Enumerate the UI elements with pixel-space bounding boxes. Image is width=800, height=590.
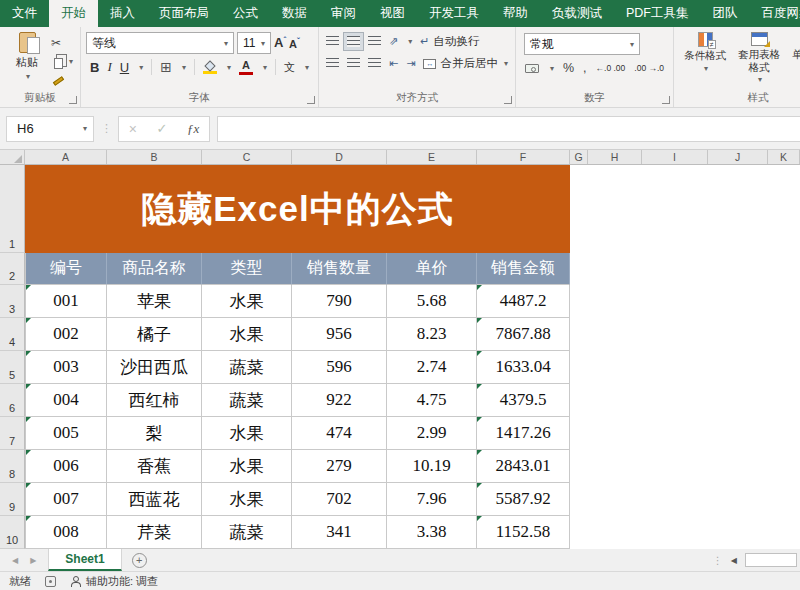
- table-cell[interactable]: 10.19: [387, 450, 477, 483]
- bold-button[interactable]: B: [90, 60, 99, 75]
- scroll-left-icon[interactable]: ◀: [731, 556, 737, 565]
- table-cell[interactable]: 4487.2: [477, 285, 570, 318]
- align-top-button[interactable]: [326, 36, 339, 47]
- format-as-table-button[interactable]: 套用表格格式 ▾: [733, 32, 785, 85]
- table-cell[interactable]: 西红柿: [107, 384, 202, 417]
- table-cell[interactable]: 003: [25, 351, 107, 384]
- chevron-down-icon[interactable]: ▾: [263, 63, 267, 72]
- table-header-cell[interactable]: 单价: [387, 253, 477, 285]
- borders-button[interactable]: ⊞: [160, 60, 172, 74]
- table-cell[interactable]: 沙田西瓜: [107, 351, 202, 384]
- ribbon-tab-file[interactable]: 文件: [0, 0, 49, 27]
- wrap-text-button[interactable]: ↵自动换行: [420, 34, 479, 49]
- table-cell[interactable]: 梨: [107, 417, 202, 450]
- table-cell[interactable]: 004: [25, 384, 107, 417]
- table-cell[interactable]: 1633.04: [477, 351, 570, 384]
- row-header-8[interactable]: 8: [0, 450, 25, 483]
- align-right-button[interactable]: [368, 58, 381, 69]
- italic-button[interactable]: I: [107, 59, 111, 75]
- empty-cells[interactable]: [570, 450, 800, 483]
- chevron-down-icon[interactable]: ▾: [305, 63, 309, 72]
- name-box[interactable]: H6 ▾: [6, 116, 94, 142]
- chevron-down-icon[interactable]: ▾: [550, 64, 554, 73]
- table-cell[interactable]: 香蕉: [107, 450, 202, 483]
- chevron-down-icon[interactable]: ▾: [182, 63, 186, 72]
- table-cell[interactable]: 5.68: [387, 285, 477, 318]
- table-cell[interactable]: 5587.92: [477, 483, 570, 516]
- chevron-down-icon[interactable]: ▾: [139, 63, 143, 72]
- column-header-d[interactable]: D: [292, 150, 387, 164]
- empty-cells[interactable]: [570, 285, 800, 318]
- table-cell[interactable]: 水果: [202, 318, 292, 351]
- table-cell[interactable]: 279: [292, 450, 387, 483]
- column-header-h[interactable]: H: [588, 150, 642, 164]
- empty-cells[interactable]: [570, 384, 800, 417]
- sheet-title-cell[interactable]: 隐藏Excel中的公式: [25, 165, 570, 253]
- new-sheet-button[interactable]: +: [132, 553, 147, 568]
- phonetic-guide-button[interactable]: 文: [284, 62, 295, 73]
- align-left-button[interactable]: [326, 58, 339, 69]
- table-cell[interactable]: 7.96: [387, 483, 477, 516]
- ribbon-tab-review[interactable]: 审阅: [319, 0, 368, 27]
- table-cell[interactable]: 蔬菜: [202, 384, 292, 417]
- comma-style-button[interactable]: ,: [583, 61, 586, 75]
- row-header-4[interactable]: 4: [0, 318, 25, 351]
- orientation-button[interactable]: ⇗: [389, 36, 398, 47]
- empty-cells[interactable]: [570, 417, 800, 450]
- table-cell[interactable]: 005: [25, 417, 107, 450]
- column-header-e[interactable]: E: [387, 150, 477, 164]
- accounting-format-icon[interactable]: [525, 64, 539, 73]
- decrease-decimal-button[interactable]: .00 →.0: [634, 64, 664, 73]
- column-header-c[interactable]: C: [202, 150, 292, 164]
- table-cell[interactable]: 4379.5: [477, 384, 570, 417]
- font-color-button[interactable]: A: [239, 60, 253, 75]
- empty-cells[interactable]: [570, 253, 800, 285]
- macro-record-icon[interactable]: [45, 576, 56, 587]
- column-header-b[interactable]: B: [107, 150, 202, 164]
- formula-input[interactable]: [217, 116, 800, 142]
- table-cell[interactable]: 水果: [202, 483, 292, 516]
- ribbon-tab-baidu-netdisk[interactable]: 百度网盘: [750, 0, 800, 27]
- decrease-indent-button[interactable]: ⇤: [389, 58, 398, 69]
- copy-button[interactable]: ▾: [51, 54, 73, 69]
- row-header-6[interactable]: 6: [0, 384, 25, 417]
- fill-color-button[interactable]: [203, 61, 217, 74]
- ribbon-tab-pdf-tools[interactable]: PDF工具集: [614, 0, 701, 27]
- table-cell[interactable]: 001: [25, 285, 107, 318]
- table-cell[interactable]: 水果: [202, 417, 292, 450]
- font-size-select[interactable]: 11 ▾: [237, 32, 271, 54]
- column-header-j[interactable]: J: [708, 150, 768, 164]
- sheet-tab-sheet1[interactable]: Sheet1: [48, 549, 121, 571]
- table-cell[interactable]: 7867.88: [477, 318, 570, 351]
- table-cell[interactable]: 008: [25, 516, 107, 549]
- row-header-1[interactable]: 1: [0, 165, 25, 253]
- align-center-button[interactable]: [347, 58, 360, 69]
- table-cell[interactable]: 007: [25, 483, 107, 516]
- clipboard-dialog-launcher-icon[interactable]: [69, 96, 77, 104]
- table-cell[interactable]: 002: [25, 318, 107, 351]
- row-header-2[interactable]: 2: [0, 253, 25, 285]
- column-header-i[interactable]: I: [642, 150, 708, 164]
- ribbon-tab-data[interactable]: 数据: [270, 0, 319, 27]
- format-painter-button[interactable]: [51, 73, 73, 88]
- empty-cells[interactable]: [570, 351, 800, 384]
- ribbon-tab-insert[interactable]: 插入: [98, 0, 147, 27]
- table-cell[interactable]: 474: [292, 417, 387, 450]
- ribbon-tab-load-test[interactable]: 负载测试: [540, 0, 614, 27]
- ribbon-tab-developer[interactable]: 开发工具: [417, 0, 491, 27]
- accessibility-status[interactable]: 辅助功能: 调查: [70, 574, 158, 589]
- ribbon-tab-page-layout[interactable]: 页面布局: [147, 0, 221, 27]
- row-header-10[interactable]: 10: [0, 516, 25, 549]
- table-header-cell[interactable]: 类型: [202, 253, 292, 285]
- table-cell[interactable]: 芹菜: [107, 516, 202, 549]
- cancel-icon[interactable]: ×: [129, 121, 137, 137]
- prev-sheet-icon[interactable]: ◀: [12, 556, 18, 565]
- ribbon-tab-team[interactable]: 团队: [701, 0, 750, 27]
- table-header-cell[interactable]: 销售金额: [477, 253, 570, 285]
- ribbon-tab-formulas[interactable]: 公式: [221, 0, 270, 27]
- number-dialog-launcher-icon[interactable]: [662, 96, 670, 104]
- empty-cells[interactable]: [570, 516, 800, 549]
- column-header-f[interactable]: F: [477, 150, 570, 164]
- table-header-cell[interactable]: 编号: [25, 253, 107, 285]
- ribbon-tab-view[interactable]: 视图: [368, 0, 417, 27]
